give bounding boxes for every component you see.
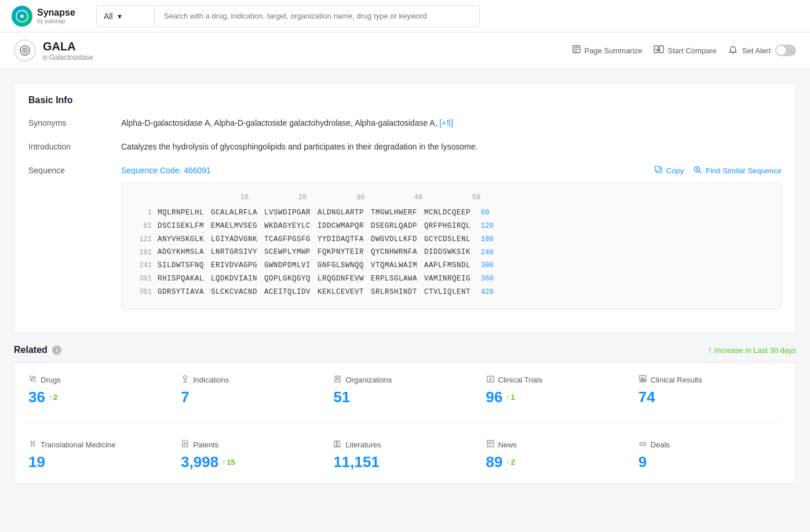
start-compare-label: Start Compare [667, 46, 717, 55]
seq-chunk: LRQGDNFEVW [318, 274, 364, 285]
increase-arrow-icon: ↑ [707, 345, 712, 355]
related-section: Related i ↑ Increase in Last 30 days Dru… [14, 345, 796, 483]
seq-start-num: 61 [131, 221, 152, 231]
related-item-label: Clinical Trials [486, 374, 629, 385]
seq-chunk: SRLRSHINDT [371, 287, 417, 298]
related-item-count: 74 [638, 388, 782, 406]
seq-end-num: 120 [481, 221, 494, 231]
related-info-icon[interactable]: i [52, 345, 61, 355]
seq-start-num: 361 [131, 287, 152, 297]
related-item[interactable]: Indications7 [181, 374, 324, 406]
seq-chunk: LQDKDVIAIN [211, 274, 257, 285]
seq-chunk: GCYCDSLENL [424, 234, 470, 245]
summarize-icon [572, 45, 581, 56]
start-compare-button[interactable]: vs Start Compare [654, 45, 717, 56]
svg-rect-42 [337, 441, 340, 447]
sequence-line: 361GDRSYTIAVASLCKCVACNDACEITQLIDVKEKLCEV… [131, 287, 772, 298]
synonyms-more[interactable]: [+5] [439, 118, 453, 127]
seq-chunk: DWGVDLLKFD [371, 234, 417, 245]
filter-label: All [104, 12, 113, 21]
introduction-value: Catalyzes the hydrolysis of glycosphingo… [121, 141, 782, 153]
sequence-box[interactable]: 10 20 30 40 50 1MQLRNPELHLGCALALRFLALVSW… [121, 183, 782, 309]
related-item-label: Drugs [28, 374, 172, 385]
logo-area[interactable]: Synapse by patsnap [12, 6, 87, 27]
related-item-label-text: Translational Medicine [41, 440, 116, 449]
navbar: Synapse by patsnap All ▾ [0, 0, 810, 32]
related-item-label: Translational Medicine [28, 439, 172, 450]
related-item[interactable]: Deals9 [638, 439, 782, 471]
related-item-count: 89↑2 [486, 453, 629, 471]
sequence-label: Sequence [28, 165, 98, 175]
seq-chunk: GNFGLSWNQQ [318, 260, 364, 271]
find-similar-button[interactable]: Find Similar Sequence [693, 165, 782, 176]
related-item[interactable]: Organizations51 [333, 374, 476, 406]
related-item[interactable]: Literatures11,151 [333, 439, 476, 471]
svg-rect-33 [641, 378, 642, 381]
related-header: Related i ↑ Increase in Last 30 days [14, 345, 796, 355]
related-item[interactable]: Clinical Trials96↑1 [486, 374, 629, 406]
seq-chunk: VAMINRQEIG [424, 274, 470, 285]
related-item[interactable]: Drugs36↑2 [28, 374, 172, 406]
sequence-code[interactable]: Sequence Code: 466091 [121, 165, 211, 177]
increase-badge: ↑2 [506, 458, 515, 467]
sequence-value: Sequence Code: 466091 Copy [121, 165, 782, 309]
svg-rect-26 [338, 379, 339, 380]
page-actions: Page Summarize vs Start Compare Set Aler… [572, 45, 796, 56]
related-item-count: 7 [181, 388, 324, 406]
copy-button[interactable]: Copy [655, 166, 684, 176]
seq-chunk: LNRTGRSIVY [211, 247, 257, 258]
related-item-label: Patents [181, 439, 324, 450]
seq-start-num: 241 [131, 260, 152, 271]
seq-chunk: SCEWPLYMWP [264, 247, 311, 258]
count-value: 3,998 [181, 453, 218, 471]
related-divider [28, 422, 782, 423]
search-input[interactable] [155, 12, 479, 20]
seq-chunk: GWNDPDMLVI [264, 260, 311, 271]
related-item-label-text: Drugs [41, 376, 61, 384]
related-title: Related [14, 345, 48, 355]
seq-chunk: VTQMALWAIM [371, 260, 417, 271]
page-summarize-button[interactable]: Page Summarize [572, 45, 643, 56]
seq-chunk: ACEITQLIDV [264, 287, 311, 298]
seq-chunk: ADGYKHMSLA [158, 247, 204, 258]
related-item-count: 11,151 [333, 453, 476, 471]
seq-chunk: RHISPQAKAL [158, 274, 204, 285]
synonyms-row: Synonyms Alpha-D-galactosidase A, Alpha-… [28, 117, 782, 129]
increase-label: Increase in Last 30 days [714, 346, 796, 355]
set-alert-wrap: Set Alert [728, 45, 796, 56]
filter-dropdown[interactable]: All ▾ [97, 6, 155, 27]
sequence-actions: Copy Find Similar Se [655, 165, 782, 176]
alert-icon [728, 45, 738, 56]
related-item-label: Literatures [333, 439, 476, 450]
sequence-line: 121ANYVHSKGLKLGIYADVGNKTCAGFPGSFGYYDIDAQ… [131, 234, 772, 245]
svg-rect-22 [335, 376, 340, 382]
seq-chunk: YYDIDAQTFA [318, 234, 364, 245]
chevron-down-icon: ▾ [118, 12, 122, 21]
brand-sub: by patsnap [37, 18, 75, 25]
seq-chunk: IDDCWMAPQR [318, 221, 364, 232]
related-item[interactable]: News89↑2 [486, 439, 629, 471]
count-value: 36 [28, 388, 45, 406]
count-value: 89 [486, 453, 503, 471]
seq-end-num: 240 [481, 247, 494, 258]
find-similar-icon [693, 165, 702, 176]
seq-chunk: AAPLFMSNDL [424, 260, 470, 271]
increase-badge: ↑1 [506, 393, 515, 402]
page-summarize-label: Page Summarize [585, 46, 643, 55]
related-item[interactable]: Patents3,998↑15 [181, 439, 324, 471]
seq-chunk: DIDDSWKSIK [424, 247, 470, 258]
related-item[interactable]: Translational Medicine19 [28, 439, 172, 471]
seq-chunk: EMAELMVSEG [211, 221, 257, 232]
ruler-10: 10 [216, 192, 273, 203]
svg-rect-24 [338, 377, 339, 378]
count-value: 96 [486, 388, 503, 406]
related-item-icon [181, 374, 189, 385]
seq-chunk: CTVLIQLENT [424, 287, 470, 298]
related-item[interactable]: Clinical Results74 [638, 374, 782, 406]
seq-chunk: ANYVHSKGLK [158, 234, 204, 245]
related-item-icon [181, 439, 189, 450]
related-item-icon [638, 374, 647, 385]
seq-chunk: QYCNHWRNFA [371, 247, 417, 258]
related-grid: Drugs36↑2Indications7Organizations51Clin… [28, 374, 782, 471]
set-alert-toggle[interactable] [775, 45, 796, 56]
